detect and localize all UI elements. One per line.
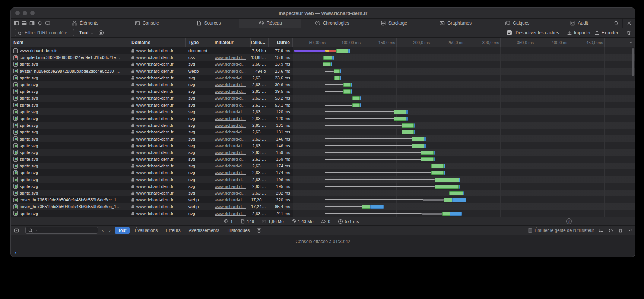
- request-initiator[interactable]: www.richard-d…: [215, 110, 246, 114]
- monitor-icon[interactable]: [45, 21, 50, 26]
- request-initiator[interactable]: www.richard-d…: [215, 82, 246, 87]
- url-filter-input[interactable]: Filtrer l'URL complète: [15, 29, 74, 36]
- network-request-row[interactable]: sprite.svgwww.richard-dern.frsvgwww.rich…: [11, 88, 635, 95]
- column-header-type[interactable]: Type: [186, 38, 212, 47]
- console-filter-évaluations[interactable]: Évaluations: [131, 227, 161, 234]
- help-button[interactable]: ?: [566, 218, 572, 224]
- network-request-row[interactable]: sprite.svgwww.richard-dern.frsvgwww.rich…: [11, 95, 635, 101]
- expand-console-button[interactable]: [628, 228, 632, 233]
- network-request-row[interactable]: sprite.svgwww.richard-dern.frsvgwww.rich…: [11, 210, 635, 217]
- panel-left-icon[interactable]: [14, 21, 19, 26]
- network-request-row[interactable]: sprite.svgwww.richard-dern.frsvgwww.rich…: [11, 61, 635, 67]
- console-filter-erreurs[interactable]: Erreurs: [162, 227, 184, 234]
- network-request-row[interactable]: sprite.svgwww.richard-dern.frsvgwww.rich…: [11, 169, 635, 176]
- network-request-row[interactable]: sprite.svgwww.richard-dern.frsvgwww.rich…: [11, 176, 635, 183]
- column-header-duration[interactable]: Durée: [269, 38, 293, 47]
- image-file-icon: [13, 96, 18, 101]
- console-search-input[interactable]: [25, 227, 98, 234]
- request-initiator[interactable]: www.richard-d…: [215, 55, 246, 60]
- tab-réseau[interactable]: Réseau: [239, 19, 301, 28]
- request-initiator[interactable]: www.richard-d…: [215, 96, 246, 100]
- request-initiator[interactable]: www.richard-d…: [215, 211, 246, 216]
- request-initiator[interactable]: www.richard-d…: [215, 164, 246, 168]
- console-messages-button[interactable]: [599, 228, 604, 233]
- import-button[interactable]: Importer: [567, 30, 591, 35]
- network-request-row[interactable]: ‹›www.richard-dern.frwww.richard-dern.fr…: [11, 47, 635, 54]
- column-header-name[interactable]: Nom: [11, 38, 129, 47]
- request-initiator[interactable]: www.richard-d…: [215, 177, 246, 182]
- network-request-row[interactable]: sprite.svgwww.richard-dern.frsvgwww.rich…: [11, 75, 635, 81]
- request-initiator[interactable]: www.richard-d…: [215, 204, 246, 209]
- network-request-row[interactable]: sprite.svgwww.richard-dern.frsvgwww.rich…: [11, 135, 635, 142]
- request-initiator[interactable]: www.richard-d…: [215, 62, 246, 66]
- request-initiator[interactable]: www.richard-d…: [215, 184, 246, 189]
- network-request-row[interactable]: sprite.svgwww.richard-dern.frsvgwww.rich…: [11, 163, 635, 169]
- disable-caches-checkbox[interactable]: [507, 30, 512, 35]
- request-initiator[interactable]: www.richard-d…: [215, 170, 246, 175]
- image-file-icon: [13, 130, 18, 135]
- tab-graphismes[interactable]: Graphismes: [425, 19, 486, 28]
- panel-right-icon[interactable]: [29, 21, 35, 26]
- network-request-row[interactable]: cover_hu736519dc3b5040cfa48b6b559b6de6ec…: [11, 203, 635, 210]
- request-initiator[interactable]: www.richard-d…: [215, 123, 246, 128]
- emulate-gesture-toggle[interactable]: Émuler le geste de l'utilisateur: [528, 228, 594, 233]
- tab-éléments[interactable]: Éléments: [54, 19, 116, 28]
- settings-button[interactable]: [622, 19, 635, 28]
- console-filter-historiques[interactable]: Historiques: [224, 227, 253, 234]
- request-initiator[interactable]: www.richard-d…: [215, 69, 246, 73]
- export-button[interactable]: Exporter: [594, 30, 618, 35]
- tab-console[interactable]: Console: [116, 19, 178, 28]
- network-request-row[interactable]: avatar_hu85ecc3e298728880b0bde2dcc4e5c23…: [11, 68, 635, 75]
- network-request-row[interactable]: sprite.svgwww.richard-dern.frsvgwww.rich…: [11, 142, 635, 149]
- console-options-button[interactable]: [256, 227, 262, 233]
- network-request-row[interactable]: cover_hu736519dc3b5040cfa48b6b559b6de6ec…: [11, 196, 635, 203]
- request-initiator[interactable]: www.richard-d…: [215, 137, 246, 141]
- request-initiator[interactable]: www.richard-d…: [215, 157, 246, 161]
- console-prompt-row[interactable]: ›: [11, 248, 635, 257]
- panel-bottom-icon[interactable]: [22, 21, 27, 26]
- vertical-scrollbar[interactable]: [632, 48, 634, 76]
- request-initiator[interactable]: www.richard-d…: [215, 76, 246, 80]
- request-initiator[interactable]: www.richard-d…: [215, 144, 246, 148]
- next-result-button[interactable]: ›: [108, 227, 111, 233]
- column-header-size[interactable]: Taille…: [251, 38, 269, 47]
- emulate-gesture-checkbox[interactable]: [528, 228, 532, 233]
- network-request-row[interactable]: sprite.svgwww.richard-dern.frsvgwww.rich…: [11, 183, 635, 190]
- network-request-row[interactable]: sprite.svgwww.richard-dern.frsvgwww.rich…: [11, 102, 635, 108]
- request-initiator[interactable]: www.richard-d…: [215, 130, 246, 134]
- search-button[interactable]: [610, 19, 622, 28]
- network-request-row[interactable]: sprite.svgwww.richard-dern.frsvgwww.rich…: [11, 81, 635, 88]
- reload-button[interactable]: [608, 228, 613, 233]
- tab-audit[interactable]: Audit: [548, 19, 610, 28]
- resource-scope-select[interactable]: Tout: [79, 30, 94, 35]
- filter-options-button[interactable]: [98, 30, 104, 35]
- request-initiator[interactable]: www.richard-d…: [215, 198, 246, 202]
- network-request-row[interactable]: sprite.svgwww.richard-dern.frsvgwww.rich…: [11, 108, 635, 115]
- request-initiator[interactable]: www.richard-d…: [215, 103, 246, 107]
- previous-result-button[interactable]: ‹: [101, 227, 105, 233]
- column-header-domain[interactable]: Domaine: [129, 38, 186, 47]
- tab-chronologies[interactable]: Chronologies: [301, 19, 363, 28]
- crosshair-icon[interactable]: [37, 21, 42, 26]
- network-request-row[interactable]: sprite.svgwww.richard-dern.frsvgwww.rich…: [11, 115, 635, 122]
- clear-console-button[interactable]: [618, 228, 623, 233]
- request-initiator[interactable]: www.richard-d…: [215, 89, 246, 94]
- tab-stockage[interactable]: Stockage: [363, 19, 425, 28]
- column-header-initiator[interactable]: Initiateur: [212, 38, 251, 47]
- chevron-up-icon[interactable]: [629, 40, 634, 45]
- console-scope-button[interactable]: [14, 228, 19, 233]
- network-request-row[interactable]: sprite.svgwww.richard-dern.frsvgwww.rich…: [11, 156, 635, 163]
- network-request-row[interactable]: sprite.svgwww.richard-dern.frsvgwww.rich…: [11, 122, 635, 129]
- console-filter-tout[interactable]: Tout: [115, 227, 130, 234]
- network-request-row[interactable]: sprite.svgwww.richard-dern.frsvgwww.rich…: [11, 129, 635, 135]
- request-initiator[interactable]: www.richard-d…: [215, 150, 246, 155]
- console-filter-avertissements[interactable]: Avertissements: [185, 227, 223, 234]
- network-request-row[interactable]: compiled.min.38390909f303624ed9e1cf1bd3f…: [11, 54, 635, 61]
- request-initiator[interactable]: www.richard-d…: [215, 191, 246, 195]
- tab-calques[interactable]: Calques: [486, 19, 548, 28]
- clear-network-button[interactable]: [626, 30, 631, 35]
- network-request-row[interactable]: sprite.svgwww.richard-dern.frsvgwww.rich…: [11, 149, 635, 156]
- network-request-row[interactable]: sprite.svgwww.richard-dern.frsvgwww.rich…: [11, 190, 635, 196]
- request-initiator[interactable]: www.richard-d…: [215, 116, 246, 121]
- tab-sources[interactable]: Sources: [178, 19, 239, 28]
